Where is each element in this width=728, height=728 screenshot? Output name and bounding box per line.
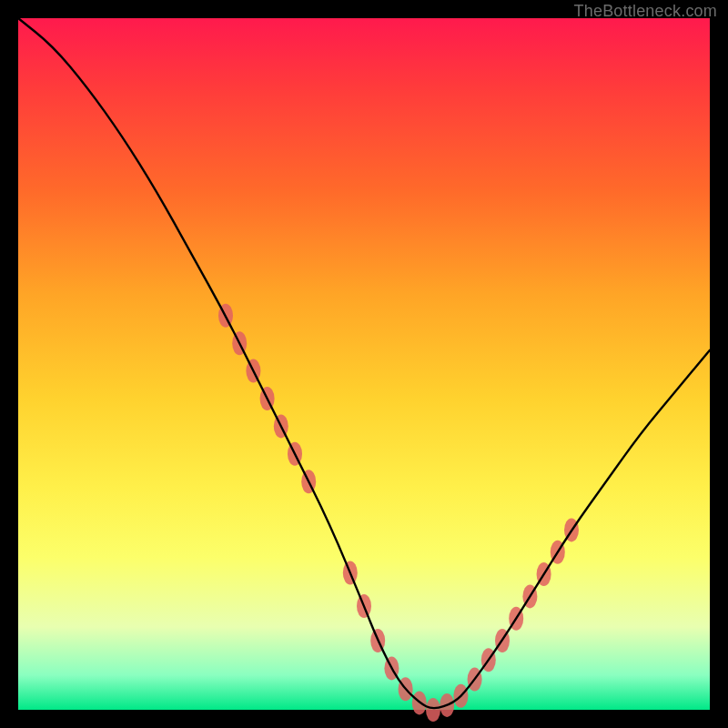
bottleneck-curve <box>18 18 710 708</box>
plot-area <box>18 18 710 710</box>
highlight-marker <box>426 698 440 722</box>
curve-svg <box>18 18 710 710</box>
chart-frame: TheBottleneck.com <box>0 0 728 728</box>
highlight-layer <box>218 304 579 722</box>
